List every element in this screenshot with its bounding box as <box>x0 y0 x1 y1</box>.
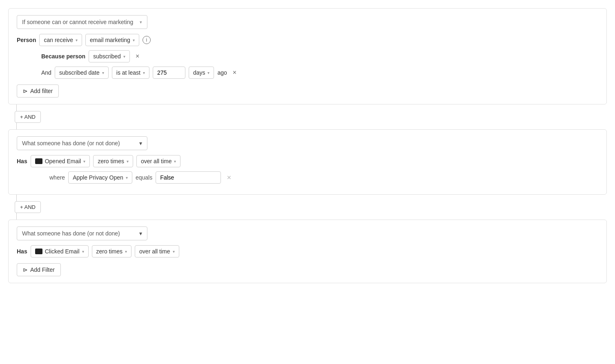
has-label-1: Has <box>17 158 27 164</box>
filter-icon-3: ⊳ <box>23 266 28 273</box>
time-range-dropdown-1[interactable]: over all time ▾ <box>136 155 180 167</box>
time-range-dropdown-2[interactable]: over all time ▾ <box>135 245 179 257</box>
is-at-least-value: is at least <box>116 69 140 76</box>
and-connector-wrapper-1: + AND <box>8 104 607 129</box>
because-person-label: Because person <box>41 53 85 60</box>
frequency-dropdown-2[interactable]: zero times ▾ <box>92 245 132 257</box>
remove-where-btn-1[interactable]: ✕ <box>224 174 234 181</box>
chevron-down-icon: ▾ <box>207 71 209 75</box>
add-filter-label-3: Add Filter <box>30 266 55 273</box>
vertical-line-4 <box>16 213 17 220</box>
add-filter-wrapper-3: ⊳ Add Filter <box>17 262 598 276</box>
condition-block-1: If someone can or cannot receive marketi… <box>8 8 607 104</box>
has-label-2: Has <box>17 248 27 255</box>
equals-label-1: equals <box>136 174 152 181</box>
chevron-down-icon: ▾ <box>140 20 142 25</box>
subscribed-dropdown[interactable]: subscribed ▾ <box>89 50 130 62</box>
condition-type-label-3: What someone has done (or not done) <box>22 230 120 237</box>
remove-and-filter-btn[interactable]: × <box>230 69 239 77</box>
where-row-1: where Apple Privacy Open ▾ equals ✕ <box>49 171 598 184</box>
condition-type-label-2: What someone has done (or not done) <box>22 140 120 146</box>
chevron-down-icon: ▾ <box>126 175 128 180</box>
days-unit-dropdown[interactable]: days ▾ <box>189 67 214 79</box>
and-button-1[interactable]: + AND <box>15 111 41 123</box>
days-unit-value: days <box>193 69 205 76</box>
chevron-down-icon: ▾ <box>127 159 129 164</box>
where-label-1: where <box>49 174 65 181</box>
subscribed-date-dropdown[interactable]: subscribed date ▾ <box>55 67 109 79</box>
time-range-value-1: over all time <box>141 158 172 164</box>
and-label: And <box>41 69 51 76</box>
email-marketing-dropdown[interactable]: email marketing ▾ <box>85 34 139 46</box>
time-range-value-2: over all time <box>139 248 170 255</box>
chevron-down-icon: ▾ <box>139 230 142 237</box>
info-icon[interactable]: i <box>143 36 151 44</box>
and-filter-row: And subscribed date ▾ is at least ▾ days… <box>41 67 598 79</box>
property-dropdown-1[interactable]: Apple Privacy Open ▾ <box>68 171 132 184</box>
vertical-line-3 <box>16 195 17 201</box>
can-receive-dropdown[interactable]: can receive ▾ <box>39 34 82 46</box>
has-row-2: Has Clicked Email ▾ zero times ▾ over al… <box>17 245 598 257</box>
ago-label: ago <box>217 69 227 76</box>
and-button-2[interactable]: + AND <box>15 201 41 213</box>
chevron-down-icon: ▾ <box>143 71 145 75</box>
condition-type-dropdown-1[interactable]: If someone can or cannot receive marketi… <box>17 15 147 29</box>
event-dropdown-1[interactable]: Opened Email ▾ <box>31 155 90 167</box>
subscribed-value: subscribed <box>93 53 121 60</box>
frequency-dropdown-1[interactable]: zero times ▾ <box>93 155 133 167</box>
filter-icon: ⊳ <box>23 88 28 94</box>
condition-type-label-1: If someone can or cannot receive marketi… <box>22 19 133 25</box>
is-at-least-dropdown[interactable]: is at least ▾ <box>112 67 149 79</box>
email-icon-2 <box>35 249 42 254</box>
condition-block-2: What someone has done (or not done) ▾ Ha… <box>8 129 607 195</box>
condition-type-dropdown-2[interactable]: What someone has done (or not done) ▾ <box>17 136 147 150</box>
chevron-down-icon: ▾ <box>133 38 135 42</box>
remove-because-btn[interactable]: × <box>133 52 142 60</box>
add-filter-btn-1[interactable]: ⊳ Add filter <box>17 84 59 98</box>
condition-type-dropdown-3[interactable]: What someone has done (or not done) ▾ <box>17 226 147 240</box>
vertical-line-2 <box>16 123 17 129</box>
email-icon-1 <box>35 158 42 164</box>
add-filter-btn-3[interactable]: ⊳ Add Filter <box>17 263 61 276</box>
and-connector-wrapper-2: + AND <box>8 195 607 220</box>
email-marketing-value: email marketing <box>90 37 130 43</box>
frequency-value-1: zero times <box>98 158 124 164</box>
vertical-line-1 <box>16 104 17 111</box>
chevron-down-icon: ▾ <box>173 249 175 254</box>
chevron-down-icon: ▾ <box>83 159 85 164</box>
person-row: Person can receive ▾ email marketing ▾ i <box>17 34 598 46</box>
subscribed-date-value: subscribed date <box>59 69 100 76</box>
property-value-input-1[interactable] <box>156 171 221 184</box>
chevron-down-icon: ▾ <box>76 38 78 42</box>
add-filter-label-1: Add filter <box>30 88 53 94</box>
event-value-2: Clicked Email <box>45 248 80 255</box>
can-receive-value: can receive <box>44 37 73 43</box>
condition-block-3: What someone has done (or not done) ▾ Ha… <box>8 220 607 283</box>
event-value-1: Opened Email <box>45 158 81 164</box>
property-value-1: Apple Privacy Open <box>73 174 123 181</box>
person-label: Person <box>17 37 36 43</box>
chevron-down-icon: ▾ <box>102 71 104 75</box>
event-dropdown-2[interactable]: Clicked Email ▾ <box>31 245 89 257</box>
because-person-row: Because person subscribed ▾ × <box>41 50 598 62</box>
chevron-down-icon: ▾ <box>123 54 125 59</box>
chevron-down-icon: ▾ <box>82 249 84 254</box>
add-filter-wrapper-1: ⊳ Add filter <box>17 83 598 98</box>
chevron-down-icon: ▾ <box>139 140 142 146</box>
chevron-down-icon: ▾ <box>174 159 176 164</box>
days-value-input[interactable] <box>153 67 185 79</box>
chevron-down-icon: ▾ <box>125 249 127 254</box>
has-row-1: Has Opened Email ▾ zero times ▾ over all… <box>17 155 598 167</box>
frequency-value-2: zero times <box>96 248 123 255</box>
